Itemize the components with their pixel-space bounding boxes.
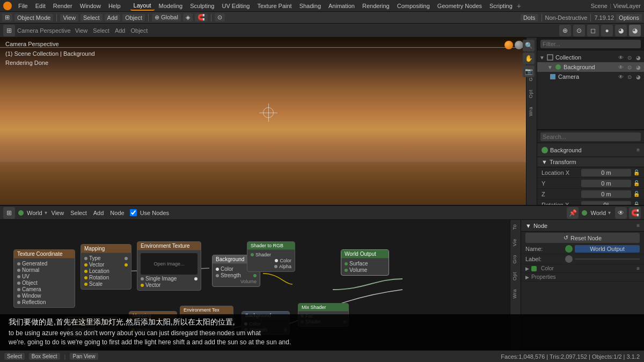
workspace-geometry[interactable]: Geometry Nodes — [434, 2, 485, 10]
workspace-scripting[interactable]: Scripting — [486, 2, 516, 10]
vp-hand-icon[interactable]: ✋ — [523, 53, 535, 64]
viewport-overlay-btn[interactable]: ⊙ — [573, 25, 585, 36]
color-section[interactable]: ▶ Color ≡ — [521, 264, 644, 273]
viewport-shading-wire[interactable]: ◻ — [587, 25, 599, 36]
options-btn[interactable]: Options — [616, 14, 642, 21]
menu-file[interactable]: File — [15, 2, 31, 10]
eye-icon[interactable]: 👁 — [617, 54, 625, 61]
sphere-grey[interactable] — [515, 41, 523, 49]
editor-type-selector[interactable]: ⊞ — [2, 13, 12, 21]
rotation-x-lock[interactable]: 🔓 — [633, 202, 640, 205]
workspace-rendering[interactable]: Rendering — [359, 2, 393, 10]
cam-cursor-icon[interactable]: ⊙ — [626, 73, 633, 80]
location-y-lock[interactable]: 🔓 — [633, 180, 640, 186]
tree-camera[interactable]: Camera 👁 ⊙ ◕ — [537, 72, 644, 82]
node-view-menu[interactable]: View — [52, 210, 64, 216]
color-menu[interactable]: ≡ — [636, 265, 640, 271]
outliner-search-input[interactable] — [540, 40, 641, 48]
node-node-menu[interactable]: Node — [110, 210, 124, 216]
reset-node-btn[interactable]: ↺ Reset Node — [525, 233, 640, 243]
shader-node[interactable]: Shader to RGB Shader Color Alpha — [247, 241, 295, 272]
node-world-dropdown2[interactable]: ▾ — [608, 210, 611, 216]
vtab-item-4[interactable]: Opt — [527, 85, 537, 102]
viewport-editor-type[interactable]: ⊞ — [3, 25, 15, 36]
node-add-menu[interactable]: Add — [93, 210, 104, 216]
workspace-modeling[interactable]: Modeling — [156, 2, 186, 10]
properties-section[interactable]: ▶ Properties — [521, 273, 644, 282]
vtab-item-5[interactable]: Wra — [527, 102, 537, 121]
node-vtab-2[interactable]: Vie — [511, 234, 521, 250]
transform-section[interactable]: ▼ Transform — [537, 157, 644, 167]
workspace-animation[interactable]: Animation — [325, 2, 358, 10]
snap-selector[interactable]: 🧲 — [195, 13, 208, 21]
workspace-texture[interactable]: Texture Paint — [254, 2, 295, 10]
object-menu[interactable]: Object — [122, 14, 145, 21]
props-expand[interactable]: ≡ — [636, 147, 640, 153]
add-menu[interactable]: Add — [105, 14, 121, 21]
overlay-btn[interactable]: Dots — [521, 14, 538, 21]
use-nodes-toggle[interactable] — [130, 209, 137, 216]
rotation-x-value[interactable]: 0° — [581, 201, 631, 205]
select-key[interactable]: Select — [4, 353, 25, 360]
view-menu[interactable]: View — [60, 14, 78, 21]
workspace-uv[interactable]: UV Editing — [218, 2, 253, 10]
pivot-selector[interactable]: ◈ — [183, 13, 193, 21]
mapping-node[interactable]: Mapping Type Vector — [80, 244, 131, 290]
pan-view-key[interactable]: Pan View — [70, 353, 98, 360]
cam-eye-icon[interactable]: 👁 — [617, 73, 625, 80]
node-section-header[interactable]: ▼ Node ≡ — [521, 220, 644, 232]
world-output-node[interactable]: World Output Surface Volume — [341, 249, 389, 276]
viewport-add-menu[interactable]: Add — [115, 27, 126, 34]
texture-coord-node[interactable]: Texture Coordinate Generated Normal U — [13, 249, 75, 308]
viewport-shading-material[interactable]: ◕ — [615, 25, 627, 36]
location-x-lock[interactable]: 🔓 — [633, 169, 640, 175]
node-pin-icon[interactable]: 📌 — [567, 207, 579, 219]
node-view-icon[interactable]: 👁 — [615, 207, 627, 219]
workspace-compositing[interactable]: Compositing — [394, 2, 433, 10]
vp-camera-icon[interactable]: 📷 — [523, 65, 535, 77]
transform-selector[interactable]: ⊕ Global — [152, 13, 181, 21]
node-vtab-5[interactable]: Wra — [511, 285, 521, 303]
location-z-lock[interactable]: 🔓 — [633, 191, 640, 197]
tree-scene-collection[interactable]: ▼ Collection 👁 ⊙ ◕ — [537, 53, 644, 62]
viewport-select-menu[interactable]: Select — [93, 27, 109, 34]
cursor-icon[interactable]: ⊙ — [626, 54, 633, 61]
menu-render[interactable]: Render — [50, 2, 76, 10]
mode-selector[interactable]: Object Mode — [14, 14, 53, 21]
node-vtab-3[interactable]: Gro — [511, 250, 521, 268]
menu-window[interactable]: Window — [77, 2, 104, 10]
viewport-shading-render[interactable]: ◕ — [629, 25, 641, 36]
viewport-view-menu[interactable]: View — [75, 27, 88, 34]
label-value[interactable] — [575, 258, 640, 260]
bg-eye-icon[interactable]: 👁 — [617, 63, 625, 71]
scene-selector[interactable]: Scene — [591, 3, 608, 9]
node-snap-icon[interactable]: 🧲 — [629, 207, 641, 219]
env-texture-node[interactable]: Environment Texture Open Image... Single… — [137, 241, 201, 291]
menu-help[interactable]: Help — [105, 2, 124, 10]
vp-nav-icon[interactable]: 🔍 — [523, 40, 535, 51]
proportional-edit[interactable]: ⊙ — [215, 13, 225, 21]
bg-cursor-icon[interactable]: ⊙ — [626, 63, 633, 71]
location-z-value[interactable]: 0 m — [581, 190, 631, 198]
node-editor-type[interactable]: ⊞ — [3, 207, 15, 219]
world-dropdown[interactable]: ▾ — [45, 210, 47, 216]
menu-edit[interactable]: Edit — [32, 2, 49, 10]
location-y-value[interactable]: 0 m — [581, 180, 631, 187]
workspace-layout[interactable]: Layout — [130, 1, 155, 11]
box-select-key[interactable]: Box Select — [29, 353, 60, 360]
node-section-menu[interactable]: ≡ — [636, 223, 640, 228]
bg-render-icon[interactable]: ◕ — [634, 63, 642, 71]
node-vtab-4[interactable]: Opt — [511, 268, 521, 285]
workspace-shading[interactable]: Shading — [296, 2, 324, 10]
viewlayer-selector[interactable]: ViewLayer — [613, 3, 641, 9]
props-search-input[interactable] — [540, 132, 641, 141]
workspace-sculpting[interactable]: Sculpting — [187, 2, 217, 10]
viewport-gizmo-btn[interactable]: ⊕ — [559, 25, 571, 36]
name-value[interactable]: World Output — [575, 245, 640, 253]
cam-render-icon[interactable]: ◕ — [634, 73, 642, 80]
viewport-shading-solid[interactable]: ● — [601, 25, 613, 36]
select-menu[interactable]: Select — [80, 14, 103, 21]
viewport-object-menu[interactable]: Object — [130, 27, 148, 34]
sphere-orange[interactable] — [504, 41, 513, 49]
location-x-value[interactable]: 0 m — [581, 169, 631, 176]
